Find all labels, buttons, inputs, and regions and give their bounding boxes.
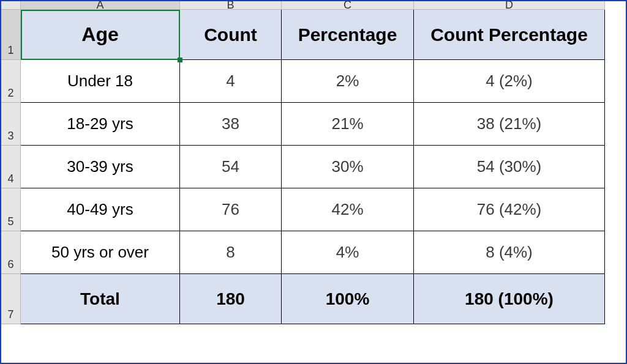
select-all-corner[interactable]	[1, 1, 21, 10]
cell-A7[interactable]: Total	[21, 274, 180, 324]
row-header-2[interactable]: 2	[1, 60, 21, 103]
cell-C4[interactable]: 30%	[282, 146, 414, 188]
col-header-C[interactable]: C	[282, 1, 414, 10]
col-header-B[interactable]: B	[180, 1, 282, 10]
cell-D2[interactable]: 4 (2%)	[414, 60, 605, 103]
cell-B6[interactable]: 8	[180, 231, 282, 274]
row-header-6[interactable]: 6	[1, 231, 21, 274]
row-header-1[interactable]: 1	[1, 10, 21, 60]
row-header-3[interactable]: 3	[1, 103, 21, 146]
cell-B2[interactable]: 4	[180, 60, 282, 103]
cell-A2[interactable]: Under 18	[21, 60, 180, 103]
cell-A3[interactable]: 18-29 yrs	[21, 103, 180, 146]
cell-D3[interactable]: 38 (21%)	[414, 103, 605, 146]
cell-A5[interactable]: 40-49 yrs	[21, 188, 180, 231]
cell-C1[interactable]: Percentage	[282, 10, 414, 60]
row-header-4[interactable]: 4	[1, 146, 21, 188]
cell-D6[interactable]: 8 (4%)	[414, 231, 605, 274]
col-header-D[interactable]: D	[414, 1, 605, 10]
row-header-7[interactable]: 7	[1, 274, 21, 324]
cell-D1[interactable]: Count Percentage	[414, 10, 605, 60]
cell-C5[interactable]: 42%	[282, 188, 414, 231]
cell-C2[interactable]: 2%	[282, 60, 414, 103]
cell-C7[interactable]: 100%	[282, 274, 414, 324]
cell-D7[interactable]: 180 (100%)	[414, 274, 605, 324]
spreadsheet-grid: A B C D 1 Age Count Percentage Count Per…	[1, 1, 626, 324]
cell-A4[interactable]: 30-39 yrs	[21, 146, 180, 188]
cell-B4[interactable]: 54	[180, 146, 282, 188]
cell-B1[interactable]: Count	[180, 10, 282, 60]
spreadsheet-frame: A B C D 1 Age Count Percentage Count Per…	[0, 0, 627, 364]
cell-A1[interactable]: Age	[21, 10, 180, 60]
cell-C3[interactable]: 21%	[282, 103, 414, 146]
cell-D4[interactable]: 54 (30%)	[414, 146, 605, 188]
cell-C6[interactable]: 4%	[282, 231, 414, 274]
cell-A6[interactable]: 50 yrs or over	[21, 231, 180, 274]
cell-B3[interactable]: 38	[180, 103, 282, 146]
col-header-A[interactable]: A	[21, 1, 180, 10]
cell-B7[interactable]: 180	[180, 274, 282, 324]
cell-D5[interactable]: 76 (42%)	[414, 188, 605, 231]
row-header-5[interactable]: 5	[1, 188, 21, 231]
cell-B5[interactable]: 76	[180, 188, 282, 231]
